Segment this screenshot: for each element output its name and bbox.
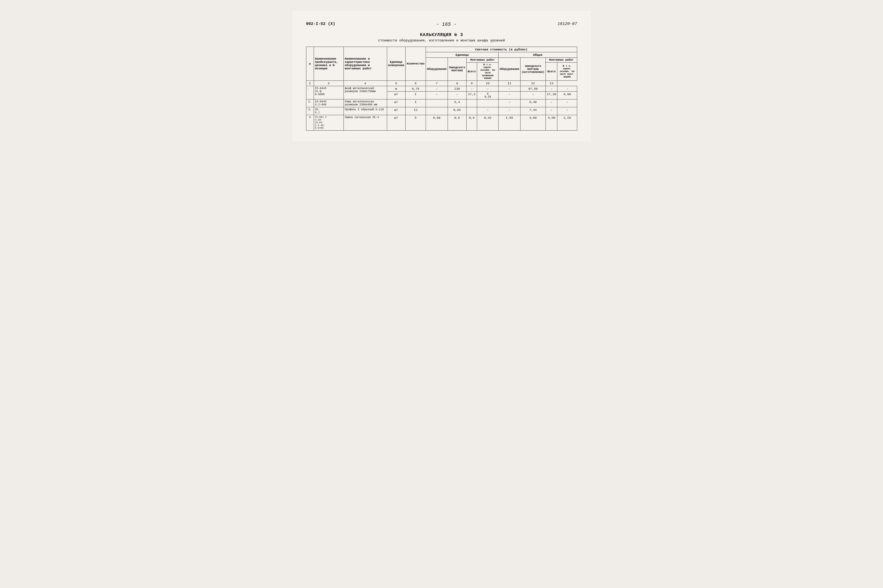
row1a-c9: – (477, 86, 498, 92)
row4-c12: 4,50 (545, 115, 557, 130)
row4-c13: 2,I0 (557, 115, 577, 130)
col-ed-header: Единица измерения (387, 47, 405, 81)
num-7: 7 (426, 81, 448, 86)
num-13: I3 (545, 81, 557, 86)
row2-c11: 5,40 (520, 99, 545, 107)
row1b-c7: – (448, 92, 466, 99)
row2-kol: I (405, 99, 426, 107)
row1a-c7: I30 (448, 86, 466, 92)
row2-ed: шт (387, 99, 405, 107)
row3-kol: I2 (405, 107, 426, 115)
row1b-c11: – (520, 92, 545, 99)
row3-c12: – (545, 107, 557, 115)
col-obshaya-header: Общая (498, 52, 577, 58)
num-6: 6 (405, 81, 426, 86)
col-obor-ob-header: Оборудования (498, 58, 520, 81)
row1a-c12: – (545, 86, 557, 92)
num-8: 8 (448, 81, 466, 86)
col-preysk-header: Наименование прейскуранта, ценника и № п… (314, 47, 344, 81)
row2-c10: – (498, 99, 520, 107)
row1a-c6: – (426, 86, 448, 92)
table-row: 2. I5-04чП п.I-040 Рама металлическая ра… (306, 99, 577, 107)
col-n-header: п (306, 47, 314, 81)
row2-name: Рама металлическая размером 2300х600 мм (344, 99, 387, 107)
col-zavod-ed-header: Заводского монтажа (448, 58, 466, 81)
row2-c13: – (557, 99, 577, 107)
row4-kol: 5 (405, 115, 426, 130)
col-montazh-ed-header: Монтажных работ (466, 58, 498, 63)
row3-c13: – (557, 107, 577, 115)
col-vsego-ed-header: Всего (466, 63, 477, 81)
row1a-c11: 97,50 (520, 86, 545, 92)
row3-ed: шт (387, 107, 405, 115)
row1b-c12: I7,20 (545, 92, 557, 99)
row3-name: Профиль Z образный К-110 (344, 107, 387, 115)
row3-preysk: 2h. п.) (314, 107, 344, 115)
row4-name: Лампа сигнальная ЛС-3 (344, 115, 387, 130)
col-name-header: Наименование и характеристика оборудован… (344, 47, 387, 81)
row3-c8 (466, 107, 477, 115)
row2-n: 2. (306, 99, 314, 107)
num-3: 3 (314, 81, 344, 86)
col-vsego-ob-header: Всего (545, 63, 557, 81)
row3-c10: – (498, 107, 520, 115)
title-block: КАЛЬКУЛЯЦИЯ № 3 стоимости оборудования, … (306, 33, 577, 42)
row2-c8 (466, 99, 477, 107)
row1b-c8: I7,2 (466, 92, 477, 99)
num-9: 9 (466, 81, 477, 86)
col-edinicy-header: Единицы (426, 52, 498, 58)
row1-name: Шкаф металлический размером 2400х750мм (344, 86, 387, 99)
num-11: II (498, 81, 520, 86)
row4-c10: I,65 (498, 115, 520, 130)
row2-c6 (426, 99, 448, 107)
row4-c8: 0,9 (466, 115, 477, 130)
row3-c6 (426, 107, 448, 115)
row1a-c10: – (498, 86, 520, 92)
title-line2: стоимости оборудования, изготовления и м… (306, 39, 577, 42)
num-2: 2 (306, 81, 314, 86)
row1a-ed: м (387, 86, 405, 92)
row1b-c10: – (498, 92, 520, 99)
row4-ed: шт (387, 115, 405, 130)
num-5: 5 (387, 81, 405, 86)
row3-c7: 0,62 (448, 107, 466, 115)
col-kol-header: Количество (405, 47, 426, 81)
row1a-kol: 0,75 (405, 86, 426, 92)
col-obor-ed-header: Оборудования (426, 58, 448, 81)
row1b-kol: I (405, 92, 426, 99)
col-zarpl-ob-header: В т.ч. зарпл. основн. по эксп луат. маши… (557, 63, 577, 81)
row3-n: 3. (306, 107, 314, 115)
row1b-c9: 60,29 (477, 92, 498, 99)
col-smetnaya-header: Сметная стоимость (в рублях) (426, 47, 577, 52)
row1-preysk: I5-04чП п1-Ш 8-6606 (314, 86, 344, 99)
row4-preysk: I5-04ч I п.I9– I5-P4. п.I-45. 8-6785 (314, 115, 344, 130)
row1a-c8: – (466, 86, 477, 92)
row3-c9: – (477, 107, 498, 115)
ref-number: 16120-07 (557, 22, 577, 26)
row4-c7: 0,6 (448, 115, 466, 130)
row4-n: 4 (306, 115, 314, 130)
row2-c9 (477, 99, 498, 107)
main-table: п Наименование прейскуранта, ценника и №… (306, 46, 577, 130)
top-line: 902-I-52 (X) - 165 - 16120-07 (306, 22, 577, 27)
row4-c9: 0,42 (477, 115, 498, 130)
row2-c7: 5,4 (448, 99, 466, 107)
page: 902-I-52 (X) - 165 - 16120-07 КАЛЬКУЛЯЦИ… (293, 11, 591, 141)
title-line1: КАЛЬКУЛЯЦИЯ № 3 (306, 33, 577, 38)
page-number: - 165 - (335, 22, 558, 27)
col-zavod-ob-header: Заводского монтажа (изготовления) (520, 58, 545, 81)
num-12: I2 (520, 81, 545, 86)
row1b-c6: – (426, 92, 448, 99)
row2-preysk: I5-04чП п.I-040 (314, 99, 344, 107)
col-montazh-ob-header: Монтажных работ (545, 58, 577, 63)
row3-c11: 7,44 (520, 107, 545, 115)
doc-number: 902-I-52 (X) (306, 22, 335, 26)
row1-n: . (306, 86, 314, 99)
row2-c12: – (545, 99, 557, 107)
num-4: 4 (344, 81, 387, 86)
row1a-c13: – (557, 86, 577, 92)
table-row: . I5-04чП п1-Ш 8-6606 Шкаф металлический… (306, 86, 577, 92)
row4-c11: 3,00 (520, 115, 545, 130)
row4-c6: 0,88 (426, 115, 448, 130)
table-row: 3. 2h. п.) Профиль Z образный К-110 шт I… (306, 107, 577, 115)
